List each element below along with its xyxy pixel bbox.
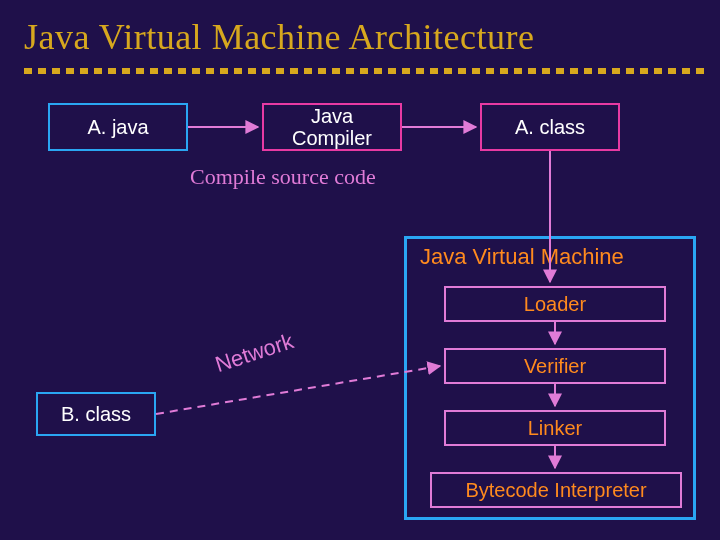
node-a-class: A. class — [480, 103, 620, 151]
node-linker: Linker — [444, 410, 666, 446]
node-a-java: A. java — [48, 103, 188, 151]
edge-label-network: Network — [212, 328, 297, 378]
node-loader: Loader — [444, 286, 666, 322]
title-underline — [24, 68, 704, 74]
node-verifier: Verifier — [444, 348, 666, 384]
node-interpreter: Bytecode Interpreter — [430, 472, 682, 508]
node-b-class: B. class — [36, 392, 156, 436]
caption-compile: Compile source code — [190, 164, 376, 190]
jvm-container-label: Java Virtual Machine — [420, 244, 624, 270]
page-title: Java Virtual Machine Architecture — [24, 16, 534, 58]
node-compiler: Java Compiler — [262, 103, 402, 151]
arrow-bclass-linker — [156, 366, 440, 414]
